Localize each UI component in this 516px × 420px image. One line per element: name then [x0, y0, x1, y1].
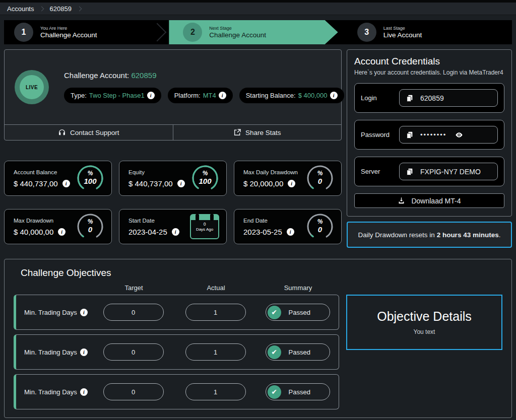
- max-drawdown-gauge: % 0: [76, 213, 104, 241]
- breadcrumb-account-number[interactable]: 620859: [49, 5, 71, 13]
- status-pill: ✔ Passed: [266, 304, 330, 321]
- starting-balance-pill: Starting Balance: $ 400,000 i: [239, 88, 344, 103]
- download-icon: [398, 197, 405, 204]
- column-summary: Summary: [257, 284, 339, 292]
- actual-pill: 1: [185, 304, 246, 321]
- copy-icon[interactable]: [406, 94, 414, 102]
- info-icon[interactable]: i: [177, 180, 185, 187]
- status-label: Passed: [289, 388, 310, 396]
- days-ago-label: Days Ago: [191, 227, 218, 232]
- chevron-right-icon: [77, 6, 82, 11]
- step-3-live-account[interactable]: 3 Last Stage Live Account: [338, 20, 512, 44]
- login-value-box[interactable]: 620859: [399, 89, 498, 107]
- target-pill: 0: [103, 304, 164, 321]
- account-credentials-panel: Account Credentials Here`s your account …: [347, 49, 512, 217]
- server-value-box[interactable]: FXPIG-NY7 DEMO: [399, 163, 498, 180]
- download-mt4-label: Downlaad MT-4: [411, 197, 461, 205]
- chevron-right-icon: [39, 6, 44, 11]
- end-date-gauge: % 0: [306, 213, 334, 241]
- server-field: Server FXPIG-NY7 DEMO: [354, 157, 504, 186]
- status-label: Passed: [289, 309, 310, 316]
- password-field: Password ••••••••: [354, 120, 504, 150]
- actual-pill: 1: [185, 383, 246, 400]
- gauge-percent-sign: %: [191, 170, 219, 177]
- starting-balance-pill-value: $ 400,000: [298, 92, 328, 99]
- live-badge: LIVE: [15, 70, 49, 104]
- info-icon[interactable]: i: [147, 92, 155, 99]
- gauge-percent-sign: %: [76, 170, 104, 177]
- type-pill: Type: Two Step - Phase1 i: [64, 88, 161, 103]
- status-pill: ✔ Passed: [266, 343, 330, 361]
- info-icon[interactable]: i: [287, 228, 294, 236]
- share-stats-button[interactable]: Share Stats: [173, 125, 342, 140]
- objective-details-box: Objective Details You text: [346, 295, 502, 350]
- info-icon[interactable]: i: [58, 228, 66, 236]
- copy-icon[interactable]: [406, 168, 414, 176]
- check-icon: ✔: [268, 345, 281, 359]
- type-pill-label: Type:: [71, 92, 87, 99]
- step-2-challenge-account[interactable]: 2 Next Stage Challenge Account: [169, 20, 338, 44]
- calendar-icon: 0 Days Ago: [190, 214, 219, 239]
- max-daily-drawdown-value: $ 20,000,00: [243, 179, 283, 188]
- account-balance-gauge: % 100: [76, 164, 104, 192]
- account-balance-card: Account Balance $ 440,737,00i % 100: [4, 161, 112, 196]
- info-icon[interactable]: i: [288, 180, 295, 187]
- breadcrumb: Accounts 620859: [0, 3, 516, 15]
- password-value: ••••••••: [420, 131, 446, 138]
- calendar-tab: [210, 214, 214, 221]
- step-arrow-icon: [148, 23, 167, 42]
- objective-row[interactable]: Min. Trading Daysi 0 1 ✔ Passed: [14, 374, 339, 409]
- step-2-label: Challenge Account: [209, 31, 266, 39]
- live-badge-label: LIVE: [20, 75, 44, 99]
- target-pill: 0: [103, 343, 164, 361]
- challenge-objectives-title: Challenge Objectives: [21, 267, 502, 278]
- account-balance-value: $ 440,737,00: [14, 179, 58, 188]
- objective-row[interactable]: Min. Trading Daysi 0 1 ✔ Passed: [14, 334, 339, 370]
- objective-label: Min. Trading Days: [24, 309, 77, 316]
- info-icon[interactable]: i: [80, 348, 88, 356]
- status-label: Passed: [289, 348, 310, 356]
- info-icon[interactable]: i: [172, 228, 179, 236]
- platform-pill-label: Platform:: [174, 92, 201, 99]
- start-date-value: 2023-04-25: [128, 228, 167, 236]
- credentials-subtitle: Here`s your account credentials. Login v…: [354, 69, 504, 76]
- step-3-stage: Last Stage: [383, 26, 422, 31]
- info-icon[interactable]: i: [219, 92, 226, 99]
- max-daily-drawdown-label: Max Daily Drawdown: [243, 169, 298, 175]
- end-date-value: 2023-05-25: [243, 228, 282, 236]
- notice-suffix: .: [499, 231, 501, 239]
- gauge-value: 100: [191, 177, 219, 185]
- end-date-label: End Date: [243, 218, 294, 224]
- info-icon[interactable]: i: [80, 388, 88, 396]
- contact-support-button[interactable]: Contact Support: [5, 125, 173, 140]
- login-field: Login 620859: [354, 83, 504, 113]
- max-drawdown-label: Max Drawdown: [14, 218, 66, 224]
- actual-pill: 1: [185, 343, 246, 361]
- info-icon[interactable]: i: [62, 180, 70, 187]
- calendar-tab: [196, 214, 199, 221]
- gauge-value: 0: [306, 225, 334, 234]
- info-icon[interactable]: i: [330, 92, 338, 99]
- account-balance-label: Account Balance: [14, 169, 70, 175]
- breadcrumb-accounts[interactable]: Accounts: [7, 5, 34, 13]
- step-1-challenge-account[interactable]: 1 You Are Here Challenge Account: [4, 20, 169, 44]
- objective-row[interactable]: Min. Trading Daysi 0 1 ✔ Passed: [14, 295, 339, 330]
- equity-card: Equity $ 440,737,00i % 100: [119, 161, 227, 196]
- password-label: Password: [361, 131, 394, 138]
- max-daily-drawdown-gauge: % 0: [306, 164, 334, 192]
- check-icon: ✔: [268, 306, 281, 319]
- info-icon[interactable]: i: [80, 309, 88, 316]
- equity-gauge: % 100: [191, 164, 219, 192]
- download-mt4-button[interactable]: Downlaad MT-4: [354, 193, 504, 208]
- end-date-card: End Date 2023-05-25i % 0: [234, 209, 342, 244]
- days-ago-count: 0: [191, 222, 218, 227]
- notice-countdown: 2 hours 43 minutes: [437, 231, 499, 239]
- step-3-label: Live Account: [383, 31, 422, 39]
- step-1-label: Challenge Account: [40, 31, 97, 39]
- gauge-percent-sign: %: [306, 170, 334, 177]
- step-2-number: 2: [183, 23, 202, 42]
- password-value-box[interactable]: ••••••••: [399, 126, 498, 144]
- objectives-header-row: Target Actual Summary: [14, 281, 339, 295]
- copy-icon[interactable]: [406, 131, 414, 139]
- show-password-eye-icon[interactable]: [455, 131, 463, 139]
